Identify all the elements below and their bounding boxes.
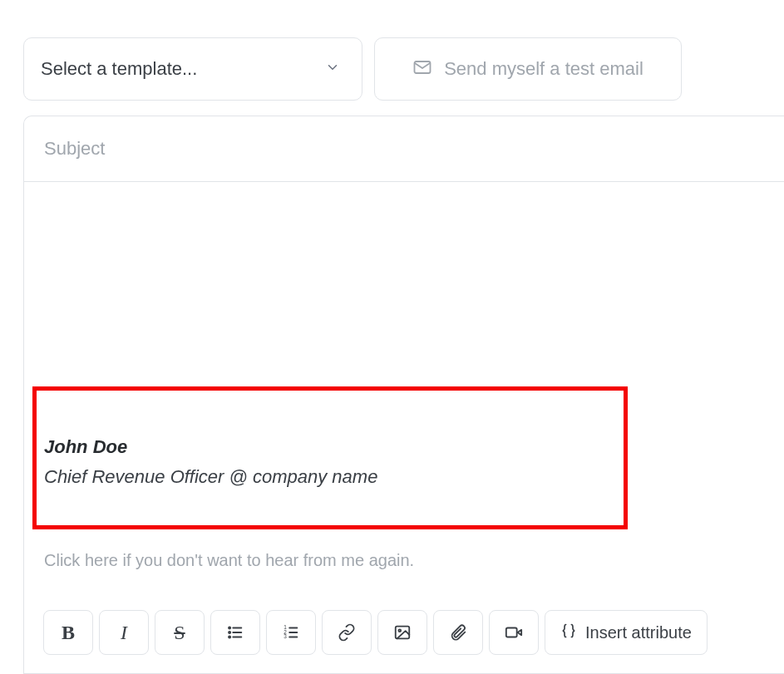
numbered-list-button[interactable]: 1 2 3 (266, 610, 316, 655)
subject-row (24, 116, 784, 182)
video-icon (505, 623, 523, 642)
svg-point-6 (229, 636, 230, 637)
numbered-list-icon: 1 2 3 (282, 623, 300, 642)
chevron-down-icon (325, 60, 340, 78)
paperclip-icon (449, 623, 467, 642)
send-test-email-label: Send myself a test email (444, 58, 643, 80)
strikethrough-icon: S (174, 622, 185, 644)
insert-attribute-label: Insert attribute (585, 623, 692, 642)
send-test-email-button[interactable]: Send myself a test email (374, 37, 682, 101)
link-icon (338, 623, 356, 642)
bold-icon: B (62, 622, 75, 644)
email-editor: John Doe Chief Revenue Officer @ company… (23, 116, 784, 674)
svg-rect-15 (506, 628, 517, 637)
video-button[interactable] (489, 610, 539, 655)
image-button[interactable] (377, 610, 427, 655)
template-select-label: Select a template... (41, 58, 197, 80)
template-select-dropdown[interactable]: Select a template... (23, 37, 362, 101)
subject-input[interactable] (44, 138, 764, 160)
attachment-button[interactable] (433, 610, 483, 655)
svg-text:3: 3 (284, 633, 287, 639)
strikethrough-button[interactable]: S (155, 610, 205, 655)
svg-point-5 (229, 632, 230, 633)
insert-attribute-button[interactable]: Insert attribute (545, 610, 708, 655)
svg-marker-16 (518, 630, 522, 635)
bullet-list-button[interactable] (210, 610, 260, 655)
bold-button[interactable]: B (43, 610, 93, 655)
svg-point-14 (398, 629, 401, 632)
image-icon (393, 623, 412, 642)
bullet-list-icon (226, 623, 244, 642)
unsubscribe-line[interactable]: Click here if you don't want to hear fro… (44, 551, 414, 570)
svg-point-4 (229, 627, 230, 628)
braces-icon (560, 622, 577, 642)
format-toolbar: B I S (43, 610, 708, 655)
signature-title: Chief Revenue Officer @ company name (44, 466, 377, 488)
envelope-icon (412, 57, 432, 81)
signature-name: John Doe (44, 436, 377, 458)
italic-button[interactable]: I (99, 610, 149, 655)
unsubscribe-text: Click here if you don't want to hear fro… (44, 551, 414, 569)
email-signature: John Doe Chief Revenue Officer @ company… (44, 436, 377, 488)
link-button[interactable] (322, 610, 372, 655)
italic-icon: I (121, 622, 127, 644)
email-body[interactable]: John Doe Chief Revenue Officer @ company… (24, 182, 784, 673)
